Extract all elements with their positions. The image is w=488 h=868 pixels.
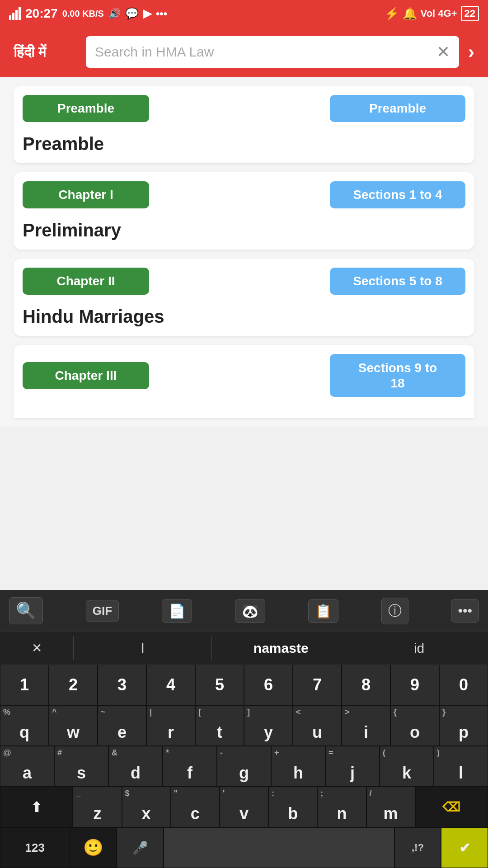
key-y[interactable]: ]y	[244, 705, 293, 746]
key-r[interactable]: |r	[146, 705, 195, 746]
key-7[interactable]: 7	[293, 665, 342, 705]
key-g[interactable]: -g	[217, 746, 271, 787]
key-1[interactable]: 1	[0, 665, 49, 705]
audio-icon: 🔊	[108, 8, 121, 19]
badge-right-preamble[interactable]: Preamble	[330, 95, 465, 122]
alarm-icon: 🔔	[403, 7, 417, 21]
mic-key[interactable]: 🎤	[117, 827, 164, 868]
key-123[interactable]: 123	[0, 827, 70, 868]
suggestion-right[interactable]: id	[350, 636, 488, 660]
battery-icon: 22	[461, 6, 479, 21]
youtube-icon: ▶	[143, 7, 151, 20]
badge-right-chapter1[interactable]: Sections 1 to 4	[330, 181, 465, 208]
key-v[interactable]: 'v	[220, 787, 268, 827]
gif-tool-button[interactable]: GIF	[86, 600, 119, 622]
more-tool-button[interactable]: •••	[451, 599, 479, 623]
suggestion-center[interactable]: namaste	[212, 636, 350, 660]
card-title-chapter2: Hindu Marriages	[14, 302, 474, 336]
clear-search-icon[interactable]: ✕	[436, 42, 450, 61]
keyboard-row3: ⬆ _z $x "c 'v :b ;n /m ⌫	[0, 787, 488, 827]
keyboard-bottom-row: 123 🙂 🎤 ,!? ✔	[0, 827, 488, 868]
key-9[interactable]: 9	[390, 665, 439, 705]
enter-key[interactable]: ✔	[441, 827, 488, 868]
keyboard-row2: @a #s &d *f -g +h =j (k )l	[0, 746, 488, 787]
key-4[interactable]: 4	[146, 665, 195, 705]
more-icon: •••	[156, 7, 167, 20]
key-a[interactable]: @a	[0, 746, 54, 787]
keyboard-suggestions: ✕ l namaste id	[0, 632, 488, 665]
key-3[interactable]: 3	[98, 665, 146, 705]
bluetooth-icon: ⚡	[385, 7, 399, 21]
search-tool-button[interactable]: 🔍	[9, 597, 43, 624]
key-z[interactable]: _z	[73, 787, 122, 827]
key-b[interactable]: :b	[268, 787, 317, 827]
content-area: Preamble Preamble Preamble Chapter I Sec…	[0, 77, 488, 427]
keyboard-toolbar: 🔍 GIF 📄 🐼 📋 ⓘ •••	[0, 590, 488, 632]
search-box[interactable]: Search in HMA Law ✕	[86, 36, 459, 68]
search-placeholder: Search in HMA Law	[95, 44, 432, 60]
badge-left-chapter3[interactable]: Chapter III	[23, 362, 149, 389]
card-chapter2[interactable]: Chapter II Sections 5 to 8 Hindu Marriag…	[14, 259, 474, 336]
key-2[interactable]: 2	[49, 665, 98, 705]
card-chapter3[interactable]: Chapter III Sections 9 to18	[14, 345, 474, 418]
backspace-key[interactable]: ⌫	[415, 787, 488, 827]
key-5[interactable]: 5	[195, 665, 244, 705]
key-i[interactable]: >i	[342, 705, 390, 746]
key-p[interactable]: }p	[439, 705, 488, 746]
key-e[interactable]: ~e	[98, 705, 146, 746]
key-c[interactable]: "c	[171, 787, 220, 827]
key-0[interactable]: 0	[439, 665, 488, 705]
sticker-tool-button[interactable]: 📄	[162, 599, 192, 623]
key-s[interactable]: #s	[54, 746, 108, 787]
search-header: हिंदी में Search in HMA Law ✕ ›	[0, 27, 488, 77]
key-q[interactable]: %q	[0, 705, 49, 746]
period-key[interactable]: ,!?	[394, 827, 441, 868]
key-u[interactable]: <u	[293, 705, 342, 746]
card-title-preamble: Preamble	[14, 129, 474, 163]
panda-tool-button[interactable]: 🐼	[235, 599, 265, 623]
keyboard: 🔍 GIF 📄 🐼 📋 ⓘ ••• ✕ l namaste id 1 2 3 4…	[0, 590, 488, 868]
search-arrow-icon[interactable]: ›	[468, 41, 474, 63]
badge-right-chapter2[interactable]: Sections 5 to 8	[330, 268, 465, 295]
status-right: ⚡ 🔔 Vol 4G+ 22	[385, 6, 479, 21]
network-speed: 0.00 KB/S	[62, 9, 104, 19]
card-title-chapter1: Preliminary	[14, 216, 474, 250]
messenger-icon: 💬	[125, 7, 139, 20]
key-m[interactable]: /m	[366, 787, 415, 827]
keyboard-row1: %q ^w ~e |r [t ]y <u >i {o }p	[0, 705, 488, 746]
key-j[interactable]: =j	[325, 746, 380, 787]
badge-left-chapter1[interactable]: Chapter I	[23, 181, 149, 208]
badge-left-preamble[interactable]: Preamble	[23, 95, 149, 122]
clipboard-tool-button[interactable]: 📋	[308, 599, 338, 623]
status-bar: 20:27 0.00 KB/S 🔊 💬 ▶ ••• ⚡ 🔔 Vol 4G+ 22	[0, 0, 488, 27]
hindi-label: हिंदी में	[14, 44, 77, 61]
number-row: 1 2 3 4 5 6 7 8 9 0	[0, 665, 488, 705]
signal-icon	[9, 7, 21, 20]
key-l[interactable]: )l	[434, 746, 488, 787]
space-key[interactable]	[164, 827, 394, 868]
key-d[interactable]: &d	[108, 746, 163, 787]
key-t[interactable]: [t	[195, 705, 244, 746]
key-k[interactable]: (k	[380, 746, 434, 787]
key-8[interactable]: 8	[342, 665, 390, 705]
card-chapter1[interactable]: Chapter I Sections 1 to 4 Preliminary	[14, 172, 474, 250]
key-f[interactable]: *f	[163, 746, 217, 787]
suggestion-left[interactable]: l	[74, 636, 212, 660]
info-tool-button[interactable]: ⓘ	[381, 598, 408, 624]
status-left: 20:27 0.00 KB/S 🔊 💬 ▶ •••	[9, 6, 167, 21]
network-type: Vol 4G+	[421, 8, 457, 19]
badge-right-chapter3[interactable]: Sections 9 to18	[330, 354, 465, 397]
key-x[interactable]: $x	[122, 787, 171, 827]
card-preamble[interactable]: Preamble Preamble Preamble	[14, 86, 474, 163]
key-h[interactable]: +h	[271, 746, 325, 787]
key-o[interactable]: {o	[390, 705, 439, 746]
emoji-key[interactable]: 🙂	[70, 827, 117, 868]
key-6[interactable]: 6	[244, 665, 293, 705]
key-w[interactable]: ^w	[49, 705, 98, 746]
shift-key[interactable]: ⬆	[0, 787, 73, 827]
badge-left-chapter2[interactable]: Chapter II	[23, 268, 149, 295]
key-n[interactable]: ;n	[317, 787, 366, 827]
suggestion-dismiss[interactable]: ✕	[0, 636, 74, 660]
time-display: 20:27	[25, 6, 58, 21]
